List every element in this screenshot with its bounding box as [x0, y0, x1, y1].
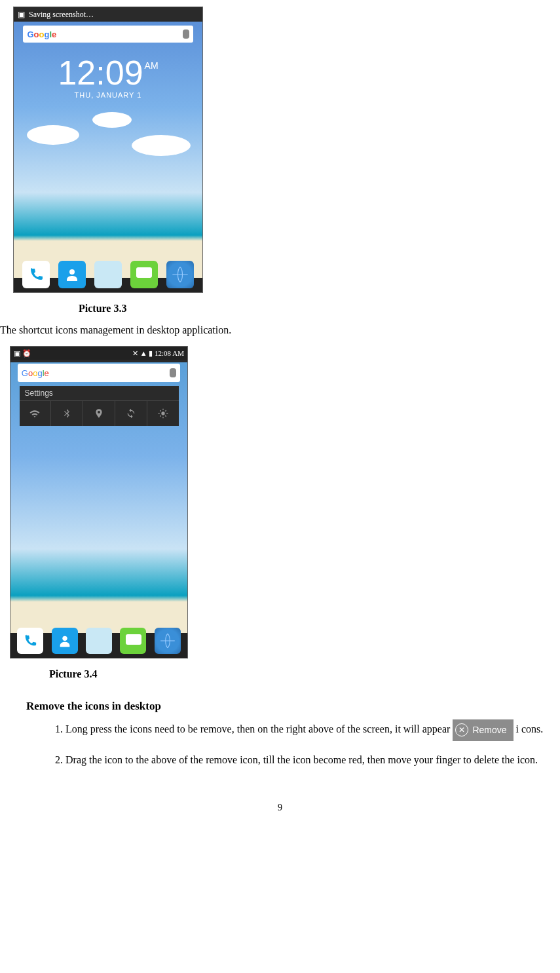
svg-line-7: [160, 410, 160, 411]
messaging-icon[interactable]: [130, 261, 158, 288]
app-drawer-icon[interactable]: [94, 261, 122, 288]
sync-toggle[interactable]: [115, 401, 147, 426]
brightness-toggle[interactable]: [147, 401, 179, 426]
remove-chip: ✕ Remove: [453, 719, 513, 741]
quick-settings-title: Settings: [20, 386, 179, 400]
google-search-widget[interactable]: Google: [23, 26, 193, 43]
svg-line-8: [165, 415, 166, 416]
step-1-text-a: Long press the icons need to be remove, …: [65, 723, 453, 735]
subheading-remove-icons: Remove the icons in desktop: [26, 700, 560, 713]
google-logo: Google: [22, 368, 49, 378]
svg-point-0: [69, 269, 75, 275]
wifi-toggle[interactable]: [20, 401, 52, 426]
phone-icon[interactable]: [22, 261, 50, 288]
bluetooth-toggle[interactable]: [51, 401, 83, 426]
picture-icon: ▣: [18, 10, 25, 20]
status-bar: ▣ ⏰ ✕ ▲ ▮ 12:08 AM: [10, 347, 187, 360]
step-2: Drag the icon to the above of the remove…: [65, 750, 560, 770]
svg-point-2: [161, 411, 164, 415]
svg-point-11: [62, 636, 67, 641]
clock-time: 12:09: [58, 56, 143, 90]
cloud-decoration: [92, 112, 132, 128]
dock-row: [10, 628, 187, 654]
caption-3-3: Picture 3.3: [79, 303, 560, 315]
screenshot-3-4: ▣ ⏰ ✕ ▲ ▮ 12:08 AM Google Settings: [10, 346, 188, 658]
steps-list: Long press the icons need to be remove, …: [46, 719, 560, 770]
quick-settings-panel: Settings: [20, 386, 179, 426]
svg-line-9: [160, 415, 160, 416]
status-icons-right: ✕ ▲ ▮ 12:08 AM: [132, 349, 184, 358]
messaging-icon[interactable]: [120, 628, 146, 654]
svg-line-10: [165, 410, 166, 411]
mic-icon[interactable]: [183, 29, 189, 39]
status-text: Saving screenshot…: [29, 10, 94, 20]
close-icon: ✕: [455, 723, 468, 736]
dock-row: [14, 261, 202, 288]
app-drawer-icon[interactable]: [86, 628, 112, 654]
cloud-decoration: [132, 135, 191, 156]
remove-chip-label: Remove: [472, 721, 506, 739]
status-bar: ▣ Saving screenshot…: [14, 7, 202, 22]
contacts-icon[interactable]: [52, 628, 78, 654]
step-1: Long press the icons need to be remove, …: [65, 719, 560, 741]
clock-date: THU, JANUARY 1: [14, 91, 202, 99]
gps-toggle[interactable]: [83, 401, 115, 426]
clock-widget: 12:09 AM THU, JANUARY 1: [14, 56, 202, 99]
mic-icon[interactable]: [170, 368, 176, 377]
step-1-text-b: i cons.: [516, 723, 544, 735]
status-icons-left: ▣ ⏰: [14, 349, 31, 358]
browser-icon[interactable]: [166, 261, 194, 288]
contacts-icon[interactable]: [58, 261, 86, 288]
screenshot-3-3: ▣ Saving screenshot… Google 12:09 AM THU…: [13, 7, 203, 293]
paragraph-shortcut-management: The shortcut icons management in desktop…: [0, 324, 560, 336]
page-number: 9: [0, 803, 560, 813]
phone-icon[interactable]: [17, 628, 43, 654]
caption-3-4: Picture 3.4: [49, 668, 560, 680]
google-logo: Google: [27, 29, 56, 39]
google-search-widget[interactable]: Google: [18, 364, 180, 382]
clock-ampm: AM: [145, 61, 159, 70]
cloud-decoration: [27, 125, 79, 145]
browser-icon[interactable]: [155, 628, 181, 654]
